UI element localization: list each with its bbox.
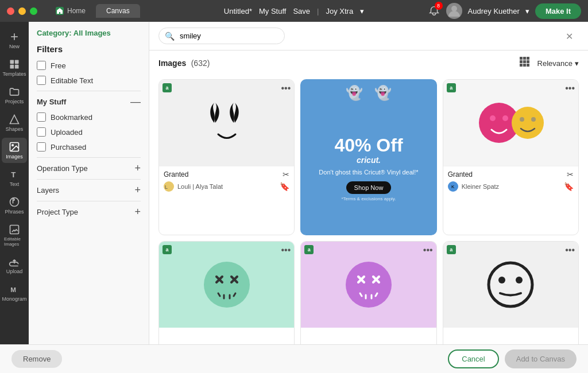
sidebar-editable-images-label: Editable Images (4, 236, 25, 247)
tab-canvas[interactable]: Canvas (96, 4, 140, 18)
home-icon (56, 7, 64, 15)
svg-point-39 (346, 262, 392, 308)
machine-name[interactable]: Joy Xtra (326, 7, 353, 15)
user-chevron-icon: ▾ (525, 7, 529, 15)
sidebar-item-projects[interactable]: Projects (2, 83, 27, 108)
search-input[interactable] (158, 28, 285, 44)
image-card-1: a ••• Grante (158, 79, 295, 235)
svg-point-25 (490, 115, 496, 121)
free-filter-row: Free (37, 61, 141, 70)
bookmarked-checkbox[interactable] (37, 112, 46, 122)
layers-section[interactable]: Layers + (37, 179, 141, 201)
doc-title-area: Untitled* My Stuff Save | Joy Xtra ▾ (224, 7, 364, 15)
editable-text-checkbox[interactable] (37, 76, 46, 85)
notif-count: 8 (435, 2, 443, 10)
sidebar-item-editable-images[interactable]: Editable Images (2, 220, 27, 250)
ad-body-text: Don't ghost this Cricut® Vinyl deal!* (319, 168, 418, 176)
svg-rect-6 (15, 65, 19, 69)
svg-text:T: T (11, 170, 16, 179)
results-header: Images (632) Relevance ▾ (149, 50, 588, 73)
relevance-chevron-icon: ▾ (575, 59, 579, 68)
collapse-button[interactable]: — (130, 96, 141, 108)
ad-brand-text: cricut. (357, 156, 381, 165)
svg-point-26 (502, 115, 508, 121)
sidebar-images-label: Images (6, 154, 23, 160)
tab-home-label: Home (67, 7, 86, 15)
card-img-area-1: a ••• (159, 80, 294, 166)
project-type-section[interactable]: Project Type + (37, 201, 141, 223)
add-to-canvas-button[interactable]: Add to Canvas (505, 349, 577, 368)
relevance-sort-button[interactable]: Relevance ▾ (537, 59, 579, 68)
ad-discount: 40% Off (334, 136, 403, 154)
grid-toggle[interactable] (519, 56, 531, 70)
tab-canvas-label: Canvas (106, 7, 130, 15)
remove-button[interactable]: Remove (11, 350, 62, 368)
sidebar-upload-label: Upload (6, 269, 23, 274)
my-stuff-header: My Stuff — (37, 96, 141, 108)
results-label: Images (158, 59, 186, 68)
uploaded-checkbox[interactable] (37, 127, 46, 137)
category-label: Category: All Images (37, 29, 141, 37)
operation-type-expand-icon: + (134, 162, 141, 174)
project-type-expand-icon: + (134, 206, 141, 218)
uploaded-label: Uploaded (51, 128, 83, 137)
my-stuff-link[interactable]: My Stuff (259, 7, 286, 15)
image-card-3: a ••• (443, 79, 579, 235)
card-footer-top-3: Granted ✂ (448, 170, 574, 179)
notification-bell[interactable]: 8 (428, 4, 440, 18)
relevance-label: Relevance (537, 59, 572, 68)
tab-home[interactable]: Home (45, 4, 96, 18)
card-menu-4[interactable]: ••• (281, 245, 291, 255)
svg-point-28 (520, 117, 524, 122)
purchased-checkbox[interactable] (37, 142, 46, 151)
bookmark-icon-1[interactable]: 🔖 (280, 182, 289, 191)
svg-marker-7 (10, 115, 19, 124)
avatar[interactable] (446, 3, 462, 19)
operation-type-section[interactable]: Operation Type + (37, 157, 141, 179)
ad-fine-print: *Terms & exclusions apply. (341, 196, 396, 201)
svg-rect-19 (527, 60, 529, 63)
card-menu-6[interactable]: ••• (565, 245, 575, 255)
sidebar-item-monogram[interactable]: M Monogram (2, 280, 27, 305)
card-badge-5: a (304, 245, 314, 254)
sidebar-item-upload[interactable]: Upload (2, 252, 27, 278)
creator-name-3: Kleiner Spatz (462, 183, 560, 190)
svg-text:L: L (165, 184, 168, 190)
results-count-num: (632) (191, 59, 210, 68)
ad-discount-text: 40% Off (334, 136, 403, 154)
svg-rect-21 (523, 64, 526, 67)
layers-expand-icon: + (134, 184, 141, 196)
card-menu-5[interactable]: ••• (423, 245, 433, 255)
image-card-ad: 👻 👻 40% Off cricut. Don't ghost this Cri… (300, 79, 436, 235)
svg-point-49 (498, 277, 505, 283)
free-checkbox[interactable] (37, 61, 46, 70)
svg-rect-20 (520, 64, 523, 67)
sidebar-item-phrases[interactable]: Phrases (2, 193, 27, 218)
sidebar-item-text[interactable]: T Text (2, 165, 27, 191)
svg-text:M: M (10, 286, 16, 293)
bookmark-icon-3[interactable]: 🔖 (564, 182, 574, 191)
title-right-area: 8 Audrey Kuether ▾ Make It (428, 3, 581, 19)
sidebar-item-images[interactable]: Images (2, 138, 27, 163)
bottom-bar: Remove Cancel Add to Canvas (0, 344, 588, 373)
svg-point-48 (489, 263, 532, 306)
title-bar: Home Canvas Untitled* My Stuff Save | Jo… (0, 0, 588, 22)
clear-search-icon[interactable]: ✕ (566, 30, 573, 41)
save-link[interactable]: Save (293, 7, 310, 15)
card-footer-bottom-3: K Kleiner Spatz 🔖 (448, 181, 574, 192)
maximize-dot[interactable] (30, 7, 37, 15)
sidebar-item-new[interactable]: New (2, 28, 27, 53)
user-name[interactable]: Audrey Kuether (468, 7, 520, 15)
minimize-dot[interactable] (18, 7, 26, 15)
card-menu-3[interactable]: ••• (565, 83, 575, 94)
card-img-area-5: a ••• (301, 242, 436, 328)
card-menu-1[interactable]: ••• (281, 83, 291, 94)
close-dot[interactable] (7, 7, 14, 15)
editable-text-filter-row: Editable Text (37, 76, 141, 85)
make-it-button[interactable]: Make It (535, 3, 581, 19)
cancel-button[interactable]: Cancel (448, 349, 498, 368)
flame-face-svg (198, 91, 256, 154)
shop-now-button[interactable]: Shop Now (346, 181, 392, 194)
sidebar-item-templates[interactable]: Templates (2, 55, 27, 80)
sidebar-item-shapes[interactable]: Shapes (2, 110, 27, 135)
